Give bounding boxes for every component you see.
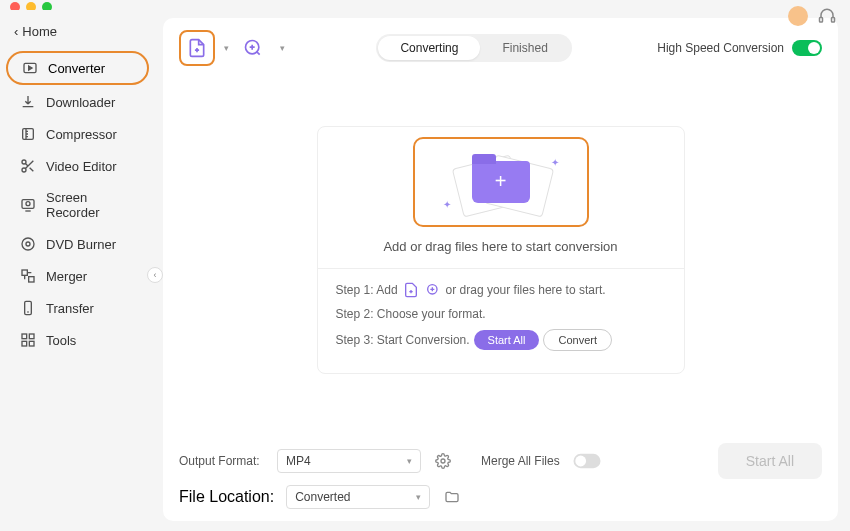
sidebar-item-dvd-burner[interactable]: DVD Burner	[6, 229, 149, 259]
sidebar-item-tools[interactable]: Tools	[6, 325, 149, 355]
back-label: Home	[22, 24, 57, 39]
divider	[318, 268, 684, 269]
file-location-select[interactable]: Converted▾	[286, 485, 430, 509]
svg-rect-11	[29, 277, 34, 282]
sidebar-item-label: Transfer	[46, 301, 94, 316]
sidebar-item-label: Screen Recorder	[46, 190, 135, 220]
sidebar-item-label: Converter	[48, 61, 105, 76]
svg-point-4	[22, 160, 26, 164]
step-2: Step 2: Choose your format.	[336, 307, 666, 321]
svg-point-7	[26, 202, 30, 206]
add-url-icon	[424, 281, 442, 299]
add-url-dropdown[interactable]: ▾	[273, 43, 291, 53]
svg-rect-0	[820, 18, 823, 23]
svg-rect-14	[29, 334, 34, 339]
merger-icon	[20, 268, 36, 284]
tab-finished[interactable]: Finished	[480, 36, 569, 60]
sidebar-item-merger[interactable]: Merger	[6, 261, 149, 291]
sidebar-item-label: DVD Burner	[46, 237, 116, 252]
convert-pill-button[interactable]: Convert	[543, 329, 612, 351]
open-folder-button[interactable]	[442, 487, 462, 507]
toolbar: ▾ ▾ Converting Finished High Speed Conve…	[179, 30, 822, 66]
output-format-label: Output Format:	[179, 454, 265, 468]
svg-rect-10	[22, 270, 27, 275]
sparkle-icon: ✦	[551, 157, 559, 168]
sidebar-item-compressor[interactable]: Compressor	[6, 119, 149, 149]
user-avatar[interactable]	[788, 6, 808, 26]
downloader-icon	[20, 94, 36, 110]
sparkle-icon: ✦	[443, 199, 451, 210]
add-file-icon	[402, 281, 420, 299]
svg-rect-6	[22, 200, 34, 209]
file-location-label: File Location:	[179, 488, 274, 506]
dropzone-hero: ✦ ✦ +	[413, 137, 589, 227]
svg-rect-16	[29, 341, 34, 346]
high-speed-toggle[interactable]	[792, 40, 822, 56]
sidebar-item-converter[interactable]: Converter	[6, 51, 149, 85]
step-3: Step 3: Start Conversion. Start All Conv…	[336, 329, 666, 351]
disc-icon	[20, 236, 36, 252]
high-speed-label: High Speed Conversion	[657, 41, 784, 55]
output-format-select[interactable]: MP4▾	[277, 449, 421, 473]
svg-point-8	[22, 238, 34, 250]
sidebar-item-downloader[interactable]: Downloader	[6, 87, 149, 117]
step-1: Step 1: Add or drag your files here to s…	[336, 281, 666, 299]
format-settings-button[interactable]	[433, 451, 453, 471]
add-url-icon	[243, 38, 263, 58]
support-icon[interactable]	[818, 7, 836, 25]
tools-icon	[20, 332, 36, 348]
back-home-button[interactable]: ‹ Home	[0, 18, 155, 49]
add-file-dropdown[interactable]: ▾	[217, 43, 235, 53]
transfer-icon	[20, 300, 36, 316]
sidebar-item-video-editor[interactable]: Video Editor	[6, 151, 149, 181]
sidebar-item-label: Merger	[46, 269, 87, 284]
svg-point-9	[26, 242, 30, 246]
sidebar-item-label: Video Editor	[46, 159, 117, 174]
chevron-left-icon: ‹	[14, 24, 18, 39]
start-all-pill-button[interactable]: Start All	[474, 330, 540, 350]
dropzone[interactable]: ✦ ✦ + Add or drag files here to start co…	[317, 126, 685, 374]
merge-toggle[interactable]	[573, 454, 600, 468]
merge-label: Merge All Files	[481, 454, 560, 468]
sidebar-item-transfer[interactable]: Transfer	[6, 293, 149, 323]
svg-rect-13	[22, 334, 27, 339]
sidebar-item-screen-recorder[interactable]: Screen Recorder	[6, 183, 149, 227]
main-panel: ▾ ▾ Converting Finished High Speed Conve…	[155, 10, 850, 531]
screen-recorder-icon	[20, 197, 36, 213]
add-file-icon	[187, 38, 207, 58]
conversion-tabs: Converting Finished	[376, 34, 571, 62]
collapse-sidebar-button[interactable]: ‹	[147, 267, 163, 283]
start-all-button[interactable]: Start All	[718, 443, 822, 479]
sidebar-item-label: Tools	[46, 333, 76, 348]
add-file-button[interactable]	[179, 30, 215, 66]
sidebar-item-label: Compressor	[46, 127, 117, 142]
tab-converting[interactable]: Converting	[378, 36, 480, 60]
bottom-bar: Output Format: MP4▾ Merge All Files Star…	[179, 433, 822, 479]
svg-point-5	[22, 168, 26, 172]
sidebar: ‹ Home Converter Downloader Compressor V…	[0, 10, 155, 531]
scissors-icon	[20, 158, 36, 174]
dropzone-hint: Add or drag files here to start conversi…	[318, 239, 684, 254]
sidebar-item-label: Downloader	[46, 95, 115, 110]
converter-icon	[22, 60, 38, 76]
svg-point-19	[441, 459, 445, 463]
svg-rect-1	[832, 18, 835, 23]
window-controls	[0, 0, 850, 10]
svg-rect-15	[22, 341, 27, 346]
folder-add-icon: +	[472, 161, 530, 203]
compressor-icon	[20, 126, 36, 142]
add-url-button[interactable]	[235, 30, 271, 66]
